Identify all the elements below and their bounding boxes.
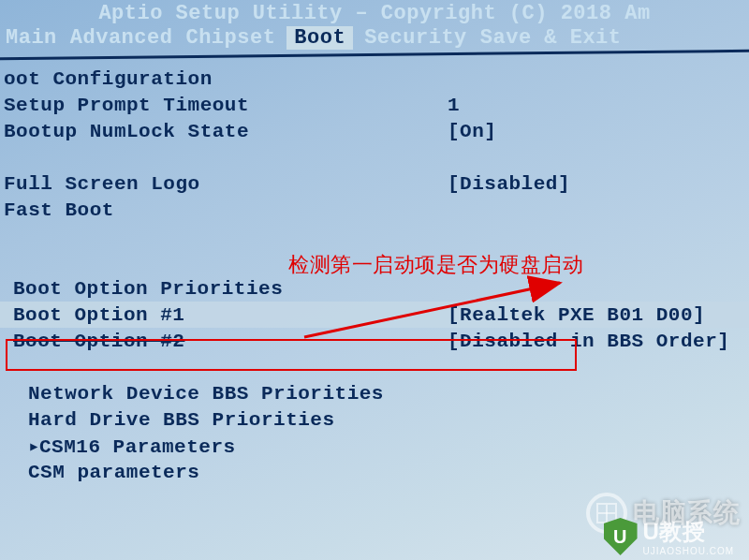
fullscreen-logo-value[interactable]: [Disabled]: [431, 173, 749, 195]
bios-menu-bar: Main Advanced Chipset Boot Security Save…: [0, 26, 749, 50]
menu-save-exit[interactable]: Save & Exit: [478, 26, 624, 50]
fullscreen-logo-label[interactable]: Full Screen Logo: [0, 173, 431, 195]
menu-divider: [0, 50, 749, 60]
annotation-box: [6, 339, 577, 371]
numlock-value[interactable]: [On]: [431, 121, 749, 142]
boot-option-1-value: [Realtek PXE B01 D00]: [431, 304, 749, 326]
section-header: oot Configuration: [0, 68, 431, 90]
setup-prompt-value[interactable]: 1: [431, 95, 749, 116]
menu-advanced[interactable]: Advanced: [68, 26, 175, 50]
submenu-harddrive-bbs[interactable]: Hard Drive BBS Priorities: [0, 409, 431, 431]
setup-prompt-label[interactable]: Setup Prompt Timeout: [0, 95, 431, 116]
fastboot-label[interactable]: Fast Boot: [0, 199, 431, 221]
submenu-csm[interactable]: CSM parameters: [0, 462, 431, 483]
menu-boot[interactable]: Boot: [286, 26, 353, 50]
boot-option-1-label: Boot Option #1: [0, 304, 431, 326]
caret-icon: ▸: [28, 435, 39, 458]
watermark-2: U U教授 UJIAOSHOU.COM: [604, 517, 734, 556]
submenu-csm16[interactable]: ▸CSM16 Parameters: [0, 435, 431, 458]
annotation-text: 检测第一启动项是否为硬盘启动: [288, 251, 583, 279]
submenu-network-bbs[interactable]: Network Device BBS Priorities: [0, 383, 431, 405]
boot-option-1-row[interactable]: Boot Option #1 [Realtek PXE B01 D00]: [0, 302, 749, 328]
bios-title: Aptio Setup Utility – Copyright (C) 2018…: [0, 2, 749, 25]
menu-security[interactable]: Security: [362, 26, 469, 50]
menu-chipset[interactable]: Chipset: [184, 26, 277, 50]
menu-main[interactable]: Main: [4, 26, 59, 50]
numlock-label[interactable]: Bootup NumLock State: [0, 121, 431, 142]
boot-priorities-header: Boot Option Priorities: [0, 278, 431, 300]
shield-icon: U: [604, 518, 638, 555]
